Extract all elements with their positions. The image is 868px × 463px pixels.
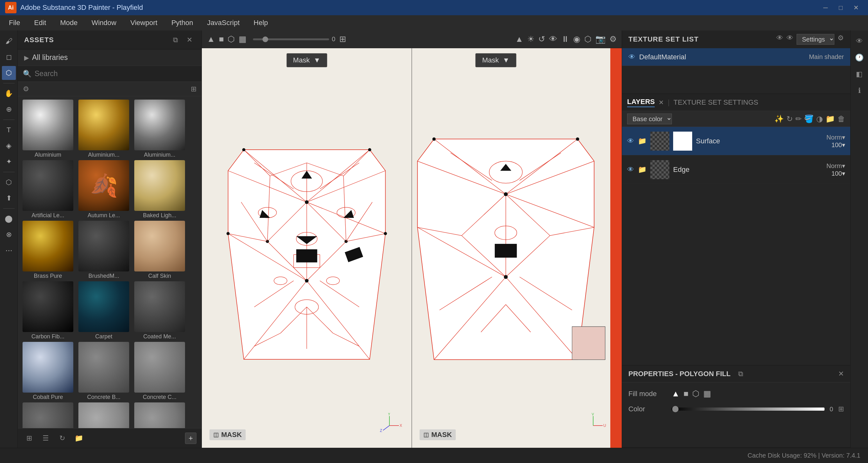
list-layout-button[interactable]: ☰ bbox=[39, 432, 52, 444]
table-row[interactable]: 👁 📁 Surface Norm▾ 100▾ bbox=[622, 127, 850, 155]
folder-button[interactable]: 📁 bbox=[72, 432, 85, 444]
wand-icon[interactable]: ✨ bbox=[774, 114, 784, 123]
close-button[interactable]: ✕ bbox=[849, 3, 863, 12]
fill-mode-triangle[interactable]: ▲ bbox=[672, 389, 680, 399]
mask-layer-icon[interactable]: ◑ bbox=[816, 114, 823, 123]
list-item[interactable]: Concrete C... bbox=[133, 342, 187, 400]
light-icon[interactable]: ☀ bbox=[527, 34, 534, 44]
tsl-settings-icon[interactable]: ⚙ bbox=[838, 34, 844, 45]
rotate-icon[interactable]: ↺ bbox=[538, 34, 545, 44]
tsl-material-row[interactable]: 👁 DefaultMaterial Main shader bbox=[622, 48, 850, 66]
refresh-layer-icon[interactable]: ↻ bbox=[786, 114, 793, 123]
solo-tool[interactable]: ⬤ bbox=[2, 212, 16, 226]
list-item[interactable]: Aluminium... bbox=[133, 100, 187, 158]
props-float-icon[interactable]: ⧉ bbox=[738, 370, 743, 378]
color-slider-thumb[interactable] bbox=[672, 406, 679, 412]
expand-arrow-icon[interactable]: ▶ bbox=[24, 54, 29, 62]
render-icon[interactable]: ◉ bbox=[573, 34, 581, 44]
menu-viewport[interactable]: Viewport bbox=[124, 17, 164, 29]
list-item[interactable]: Concrete B... bbox=[77, 342, 131, 400]
fill-mode-checker[interactable]: ▦ bbox=[703, 389, 711, 399]
settings-select[interactable]: Settings bbox=[797, 34, 834, 45]
pause-icon[interactable]: ⏸ bbox=[561, 34, 569, 44]
menu-help[interactable]: Help bbox=[247, 17, 274, 29]
menu-javascript[interactable]: JavaScript bbox=[200, 17, 246, 29]
eye-icon[interactable]: 👁 bbox=[776, 34, 783, 45]
sphere-mode-icon[interactable]: ⬡ bbox=[227, 34, 235, 44]
list-item[interactable]: Aluminium bbox=[21, 100, 75, 158]
text-tool[interactable]: T bbox=[2, 123, 16, 137]
bake-tool[interactable]: ⬡ bbox=[2, 175, 16, 189]
maximize-button[interactable]: □ bbox=[834, 3, 848, 12]
square-mode-icon[interactable]: ■ bbox=[219, 34, 224, 44]
tab-layers-close[interactable]: ✕ bbox=[658, 99, 664, 106]
mask-dropdown-left[interactable]: Mask ▼ bbox=[286, 53, 327, 67]
menu-window[interactable]: Window bbox=[85, 17, 123, 29]
table-row[interactable]: 👁 📁 Edge Norm▾ 100▾ bbox=[622, 155, 850, 184]
layer-folder-edge[interactable]: 📁 bbox=[638, 166, 647, 174]
list-item[interactable]: 🍂 Autumn Le... bbox=[77, 160, 131, 219]
tab-layers[interactable]: LAYERS bbox=[627, 98, 655, 107]
list-item[interactable]: Carpet bbox=[77, 281, 131, 340]
left-viewport[interactable]: Mask ▼ bbox=[202, 48, 412, 448]
clone-tool[interactable]: ⊕ bbox=[2, 102, 16, 117]
layer-eye-edge[interactable]: 👁 bbox=[627, 166, 634, 174]
smudge-tool[interactable]: ✋ bbox=[2, 87, 16, 101]
layers-panel-button[interactable]: ◧ bbox=[852, 67, 866, 81]
menu-mode[interactable]: Mode bbox=[54, 17, 84, 29]
eye2-icon[interactable]: 👁 bbox=[786, 34, 794, 45]
polygon-fill-tool[interactable]: ⬡ bbox=[2, 66, 16, 80]
layer-eye-surface[interactable]: 👁 bbox=[627, 137, 634, 145]
list-item[interactable]: Aluminium... bbox=[77, 100, 131, 158]
list-item[interactable]: Carbon Fib... bbox=[21, 281, 75, 340]
eye-panel-button[interactable]: 👁 bbox=[852, 34, 866, 48]
material-eye-icon[interactable]: 👁 bbox=[628, 53, 636, 61]
mask-dropdown-right[interactable]: Mask ▼ bbox=[475, 53, 516, 67]
right-viewport[interactable]: Mask ▼ bbox=[412, 48, 622, 448]
assets-float-button[interactable]: ⧉ bbox=[170, 34, 181, 46]
list-item[interactable]: Coated Me... bbox=[133, 281, 187, 340]
assets-close-button[interactable]: ✕ bbox=[184, 34, 195, 46]
tab-texture-set-settings[interactable]: TEXTURE SET SETTINGS bbox=[674, 98, 758, 106]
checker-mode-icon[interactable]: ▦ bbox=[239, 34, 247, 44]
camera2-icon[interactable]: 📷 bbox=[595, 34, 606, 44]
list-item[interactable]: Cobalt Pure bbox=[21, 342, 75, 400]
stencil-tool[interactable]: ◈ bbox=[2, 139, 16, 153]
settings2-icon[interactable]: ⚙ bbox=[609, 34, 617, 44]
particle-tool[interactable]: ✦ bbox=[2, 155, 16, 169]
list-item[interactable]: Brass Pure bbox=[21, 221, 75, 279]
visibility-icon[interactable]: 👁 bbox=[549, 34, 557, 44]
eraser-tool[interactable]: ◻ bbox=[2, 50, 16, 64]
refresh-button[interactable]: ↻ bbox=[56, 432, 68, 444]
filter-icon[interactable]: ⚙ bbox=[23, 85, 29, 93]
delete-layer-icon[interactable]: 🗑 bbox=[838, 114, 845, 123]
grid-layout-button[interactable]: ⊞ bbox=[23, 432, 35, 444]
menu-python[interactable]: Python bbox=[165, 17, 199, 29]
fill-layer-icon[interactable]: 🪣 bbox=[804, 114, 814, 123]
list-item[interactable]: Concrete S... bbox=[77, 402, 131, 428]
layer-folder-surface[interactable]: 📁 bbox=[638, 137, 647, 145]
anchor-tool[interactable]: ⊗ bbox=[2, 228, 16, 242]
minimize-button[interactable]: ─ bbox=[818, 3, 833, 12]
folder-layer-icon[interactable]: 📁 bbox=[826, 114, 835, 123]
export-tool[interactable]: ⬆ bbox=[2, 191, 16, 205]
exposure-slider[interactable] bbox=[253, 38, 329, 40]
channel-select[interactable]: Base color bbox=[627, 113, 672, 124]
list-item[interactable]: BrushedM... bbox=[77, 221, 131, 279]
info-panel-button[interactable]: ℹ bbox=[852, 84, 866, 98]
menu-file[interactable]: File bbox=[3, 17, 26, 29]
props-close-button[interactable]: ✕ bbox=[838, 370, 844, 378]
expand-icon[interactable]: ⊞ bbox=[339, 34, 346, 44]
list-item[interactable]: Calf Skin bbox=[133, 221, 187, 279]
list-item[interactable]: Baked Ligh... bbox=[133, 160, 187, 219]
paint-tool[interactable]: 🖌 bbox=[2, 34, 16, 48]
grid-view-icon[interactable]: ⊞ bbox=[191, 85, 196, 93]
more-tool[interactable]: ⋯ bbox=[2, 243, 16, 258]
fill-mode-hex[interactable]: ⬡ bbox=[692, 389, 700, 399]
brush-layer-icon[interactable]: ✏ bbox=[795, 114, 802, 123]
list-item[interactable]: Artificial Le... bbox=[21, 160, 75, 219]
fill-mode-square[interactable]: ■ bbox=[684, 389, 689, 399]
search-input[interactable] bbox=[35, 69, 196, 78]
add-asset-button[interactable]: + bbox=[185, 433, 196, 444]
list-item[interactable]: Concrete S... bbox=[133, 402, 187, 428]
